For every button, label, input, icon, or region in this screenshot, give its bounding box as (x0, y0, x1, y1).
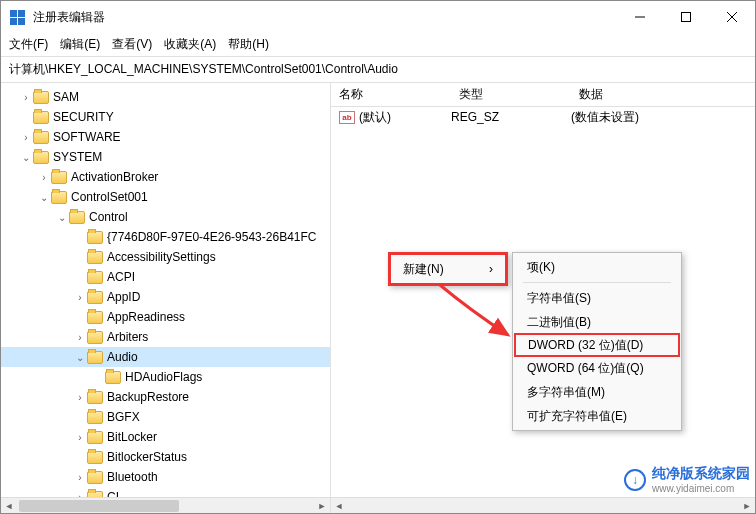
menu-item-expandstring[interactable]: 可扩充字符串值(E) (515, 404, 679, 428)
scroll-left-button[interactable]: ◄ (1, 499, 17, 513)
menu-item-new[interactable]: 新建(N) › (393, 257, 503, 281)
folder-icon (87, 471, 103, 484)
tree-item-label: AccessibilitySettings (107, 250, 216, 264)
tree-item[interactable]: Bluetooth (1, 467, 330, 487)
menu-edit[interactable]: 编辑(E) (60, 36, 100, 53)
scroll-right-button[interactable]: ► (314, 499, 330, 513)
tree-item-label: BitlockerStatus (107, 450, 187, 464)
menu-view[interactable]: 查看(V) (112, 36, 152, 53)
expand-chevron-icon[interactable] (19, 152, 33, 163)
tree-item[interactable]: AccessibilitySettings (1, 247, 330, 267)
col-type-header[interactable]: 类型 (451, 86, 571, 103)
menu-item-qword[interactable]: QWORD (64 位)值(Q) (515, 356, 679, 380)
folder-icon (87, 311, 103, 324)
tree-item[interactable]: HDAudioFlags (1, 367, 330, 387)
tree-item-label: Bluetooth (107, 470, 158, 484)
tree-item[interactable]: SAM (1, 87, 330, 107)
expand-chevron-icon[interactable] (19, 132, 33, 143)
expand-chevron-icon[interactable] (73, 352, 87, 363)
tree-item-label: Audio (107, 350, 138, 364)
address-bar[interactable]: 计算机\HKEY_LOCAL_MACHINE\SYSTEM\ControlSet… (1, 57, 755, 83)
tree-item[interactable]: AppID (1, 287, 330, 307)
tree-item-label: {7746D80F-97E0-4E26-9543-26B41FC (107, 230, 316, 244)
expand-chevron-icon[interactable] (37, 172, 51, 183)
submenu-arrow-icon: › (489, 262, 493, 276)
folder-icon (87, 331, 103, 344)
context-submenu-new: 项(K) 字符串值(S) 二进制值(B) DWORD (32 位)值(D) QW… (512, 252, 682, 431)
folder-icon (87, 391, 103, 404)
expand-chevron-icon[interactable] (37, 192, 51, 203)
menu-favorites[interactable]: 收藏夹(A) (164, 36, 216, 53)
tree-item[interactable]: Control (1, 207, 330, 227)
maximize-button[interactable] (663, 1, 709, 33)
expand-chevron-icon[interactable] (73, 472, 87, 483)
tree-item[interactable]: Arbiters (1, 327, 330, 347)
menu-item-multistring[interactable]: 多字符串值(M) (515, 380, 679, 404)
menu-file[interactable]: 文件(F) (9, 36, 48, 53)
folder-icon (87, 451, 103, 464)
tree-item[interactable]: BGFX (1, 407, 330, 427)
scroll-left-button[interactable]: ◄ (331, 499, 347, 513)
folder-icon (33, 91, 49, 104)
close-button[interactable] (709, 1, 755, 33)
tree-item[interactable]: ACPI (1, 267, 330, 287)
menubar: 文件(F) 编辑(E) 查看(V) 收藏夹(A) 帮助(H) (1, 33, 755, 57)
tree-item-label: ACPI (107, 270, 135, 284)
folder-icon (33, 131, 49, 144)
tree-item[interactable]: SECURITY (1, 107, 330, 127)
tree-item[interactable]: SOFTWARE (1, 127, 330, 147)
expand-chevron-icon[interactable] (73, 432, 87, 443)
watermark-icon: ↓ (624, 469, 646, 491)
tree-scrollbar-horizontal[interactable]: ◄ ► (1, 497, 330, 513)
folder-icon (87, 351, 103, 364)
expand-chevron-icon[interactable] (19, 92, 33, 103)
menu-help[interactable]: 帮助(H) (228, 36, 269, 53)
tree-item-label: ControlSet001 (71, 190, 148, 204)
col-data-header[interactable]: 数据 (571, 86, 755, 103)
folder-icon (87, 431, 103, 444)
window-title: 注册表编辑器 (33, 9, 617, 26)
tree-item-label: ActivationBroker (71, 170, 158, 184)
watermark-name: 纯净版系统家园 (652, 465, 750, 481)
tree-item[interactable]: BitlockerStatus (1, 447, 330, 467)
scroll-thumb[interactable] (19, 500, 179, 512)
folder-icon (87, 271, 103, 284)
expand-chevron-icon[interactable] (55, 212, 69, 223)
folder-icon (51, 191, 67, 204)
folder-icon (69, 211, 85, 224)
folder-icon (33, 111, 49, 124)
list-row[interactable]: ab (默认) REG_SZ (数值未设置) (331, 107, 755, 127)
folder-icon (87, 251, 103, 264)
tree-pane[interactable]: SAMSECURITYSOFTWARESYSTEMActivationBroke… (1, 83, 331, 513)
expand-chevron-icon[interactable] (73, 292, 87, 303)
menu-item-binary[interactable]: 二进制值(B) (515, 310, 679, 334)
tree-item-label: SECURITY (53, 110, 114, 124)
tree-item-label: BGFX (107, 410, 140, 424)
expand-chevron-icon[interactable] (73, 332, 87, 343)
tree-item[interactable]: AppReadiness (1, 307, 330, 327)
tree-item[interactable]: Audio (1, 347, 330, 367)
expand-chevron-icon[interactable] (73, 392, 87, 403)
scroll-right-button[interactable]: ► (739, 499, 755, 513)
tree-item-label: BackupRestore (107, 390, 189, 404)
list-scrollbar-horizontal[interactable]: ◄ ► (331, 497, 755, 513)
window-controls (617, 1, 755, 33)
menu-item-string[interactable]: 字符串值(S) (515, 286, 679, 310)
folder-icon (87, 231, 103, 244)
string-value-icon: ab (339, 111, 355, 124)
menu-item-key[interactable]: 项(K) (515, 255, 679, 279)
tree-item-label: SYSTEM (53, 150, 102, 164)
tree-item[interactable]: BackupRestore (1, 387, 330, 407)
tree-item[interactable]: BitLocker (1, 427, 330, 447)
minimize-button[interactable] (617, 1, 663, 33)
watermark: ↓ 纯净版系统家园 www.yidaimei.com (624, 465, 750, 494)
tree-item-label: Control (89, 210, 128, 224)
tree-item[interactable]: SYSTEM (1, 147, 330, 167)
tree-item[interactable]: ControlSet001 (1, 187, 330, 207)
tree-item[interactable]: ActivationBroker (1, 167, 330, 187)
tree-item[interactable]: {7746D80F-97E0-4E26-9543-26B41FC (1, 227, 330, 247)
menu-item-dword[interactable]: DWORD (32 位)值(D) (514, 333, 680, 357)
tree-item-label: Arbiters (107, 330, 148, 344)
col-name-header[interactable]: 名称 (331, 86, 451, 103)
watermark-url: www.yidaimei.com (652, 483, 750, 494)
